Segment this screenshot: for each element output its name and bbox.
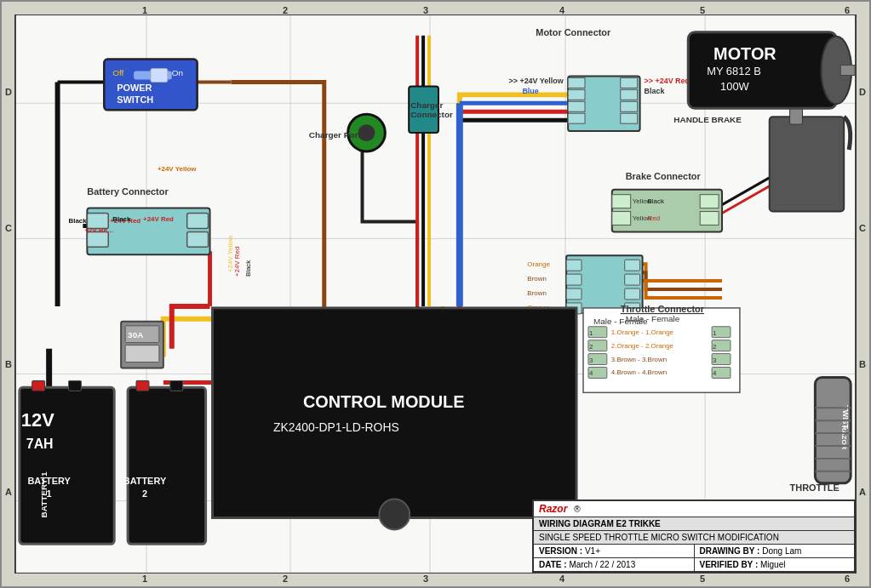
svg-text:Black: Black bbox=[112, 215, 131, 223]
svg-rect-31 bbox=[621, 113, 638, 123]
svg-text:Charger: Charger bbox=[410, 100, 443, 110]
svg-rect-59 bbox=[625, 288, 640, 300]
svg-rect-92 bbox=[32, 380, 45, 391]
svg-rect-72 bbox=[840, 66, 855, 76]
wiring-diagram-svg: >> +24V Yellow Blue >> +24V Red Black Bl… bbox=[2, 2, 869, 586]
svg-rect-53 bbox=[566, 260, 582, 271]
svg-text:1: 1 bbox=[713, 329, 717, 337]
diagram-title: WIRING DIAGRAM E2 TRIKKE bbox=[539, 519, 661, 528]
svg-rect-82 bbox=[151, 69, 168, 83]
svg-text:3: 3 bbox=[713, 357, 717, 364]
svg-rect-27 bbox=[568, 113, 585, 123]
svg-text:Brown: Brown bbox=[527, 275, 546, 283]
svg-rect-68 bbox=[770, 117, 844, 211]
main-container: 1 2 3 4 5 6 1 2 3 4 5 6 D C B A D C B A bbox=[0, 0, 871, 588]
svg-text:+24V Red: +24V Red bbox=[143, 215, 174, 223]
svg-rect-39 bbox=[187, 214, 209, 229]
svg-text:CONTROL MODULE: CONTROL MODULE bbox=[303, 392, 465, 411]
svg-text:1.Orange - 1.Orange: 1.Orange - 1.Orange bbox=[611, 328, 674, 336]
drawing-cell: DRAWING BY : Dong Lam bbox=[695, 545, 855, 557]
svg-rect-26 bbox=[568, 101, 585, 111]
svg-text:ZK2400-DP1-LD-ROHS: ZK2400-DP1-LD-ROHS bbox=[273, 420, 399, 434]
version-label: VERSION : bbox=[539, 546, 582, 556]
svg-rect-28 bbox=[621, 77, 638, 88]
svg-text:Battery Connector: Battery Connector bbox=[87, 186, 169, 197]
diagram-circle: ® bbox=[574, 505, 580, 514]
svg-text:MY 6812 B: MY 6812 B bbox=[707, 65, 761, 77]
date-value: March / 22 / 2013 bbox=[569, 560, 635, 569]
description-cell: SINGLE SPEED THROTTLE MICRO SWITCH MODIF… bbox=[534, 531, 854, 544]
svg-text:1: 1 bbox=[589, 329, 593, 337]
svg-rect-46 bbox=[700, 195, 719, 208]
version-value: V1+ bbox=[585, 546, 600, 556]
svg-rect-40 bbox=[187, 231, 209, 247]
info-desc-row: SINGLE SPEED THROTTLE MICRO SWITCH MODIF… bbox=[534, 530, 854, 544]
svg-text:Black: Black bbox=[645, 87, 665, 95]
svg-text:Motor Connector: Motor Connector bbox=[536, 27, 611, 37]
diagram-title-cell: WIRING DIAGRAM E2 TRIKKE bbox=[534, 517, 854, 530]
description-text: SINGLE SPEED THROTTLE MICRO SWITCH MODIF… bbox=[539, 533, 779, 542]
svg-text:Black: Black bbox=[244, 260, 252, 277]
svg-rect-93 bbox=[69, 380, 82, 391]
svg-rect-29 bbox=[621, 89, 638, 100]
svg-text:Connector: Connector bbox=[410, 110, 453, 119]
svg-text:BATTERY: BATTERY bbox=[27, 476, 71, 486]
info-bar-title: Razor ® bbox=[534, 501, 854, 517]
svg-text:Blue: Blue bbox=[522, 87, 538, 95]
version-cell: VERSION : V1+ bbox=[534, 545, 695, 557]
svg-text:BATTERY: BATTERY bbox=[123, 476, 167, 486]
svg-rect-99 bbox=[128, 387, 205, 544]
date-label: DATE : bbox=[539, 560, 567, 569]
svg-text:>> +24V Yellow: >> +24V Yellow bbox=[508, 77, 563, 85]
svg-text:SWITCH: SWITCH bbox=[117, 94, 153, 105]
svg-point-86 bbox=[379, 500, 410, 530]
svg-rect-24 bbox=[568, 77, 585, 88]
svg-text:7AH: 7AH bbox=[26, 437, 54, 451]
info-title-row: WIRING DIAGRAM E2 TRIKKE bbox=[534, 517, 854, 530]
svg-text:HANDLE BRAKE: HANDLE BRAKE bbox=[673, 115, 742, 124]
svg-rect-57 bbox=[625, 260, 640, 271]
info-bar: Razor ® WIRING DIAGRAM E2 TRIKKE SINGLE … bbox=[532, 500, 856, 573]
date-cell: DATE : March / 22 / 2013 bbox=[534, 558, 695, 571]
svg-text:4.Brown  - 4.Brown: 4.Brown - 4.Brown bbox=[611, 368, 667, 376]
svg-text:2: 2 bbox=[589, 343, 593, 351]
svg-text:+24V Red: +24V Red bbox=[233, 247, 241, 277]
svg-text:2.Orange - 2.Orange: 2.Orange - 2.Orange bbox=[611, 342, 674, 350]
svg-rect-44 bbox=[612, 195, 631, 208]
svg-rect-30 bbox=[621, 101, 638, 111]
svg-rect-55 bbox=[566, 288, 582, 300]
svg-text:4: 4 bbox=[589, 369, 593, 377]
svg-rect-25 bbox=[568, 89, 585, 100]
svg-rect-45 bbox=[612, 212, 631, 225]
svg-text:Off: Off bbox=[112, 68, 123, 77]
svg-rect-58 bbox=[625, 274, 640, 285]
svg-text:Brake Connector: Brake Connector bbox=[626, 171, 702, 181]
svg-text:POWER: POWER bbox=[117, 83, 152, 93]
svg-rect-47 bbox=[700, 212, 719, 225]
svg-rect-54 bbox=[566, 274, 582, 285]
svg-text:Male  -  Female: Male - Female bbox=[626, 314, 680, 323]
info-version-row: VERSION : V1+ DRAWING BY : Dong Lam bbox=[534, 544, 854, 557]
svg-text:Charger Port: Charger Port bbox=[309, 130, 361, 140]
drawing-value: Dong Lam bbox=[762, 546, 801, 556]
svg-text:>> +24V Red: >> +24V Red bbox=[645, 77, 690, 85]
verified-cell: VERIFIED BY : Miguel bbox=[695, 558, 855, 571]
drawing-label: DRAWING BY : bbox=[700, 546, 760, 556]
svg-text:Black: Black bbox=[648, 197, 664, 205]
razor-logo: Razor bbox=[539, 503, 567, 515]
svg-rect-100 bbox=[136, 380, 149, 391]
svg-rect-90 bbox=[125, 345, 159, 363]
svg-text:Throttle Connector: Throttle Connector bbox=[621, 304, 705, 314]
svg-text:4: 4 bbox=[713, 369, 717, 377]
svg-text:+24V Yellow: +24V Yellow bbox=[158, 165, 197, 173]
svg-rect-83 bbox=[213, 308, 577, 518]
svg-text:Red: Red bbox=[648, 214, 661, 222]
svg-text:3: 3 bbox=[589, 357, 593, 364]
svg-rect-101 bbox=[170, 380, 183, 391]
svg-text:MOTOR: MOTOR bbox=[713, 44, 776, 63]
verified-value: Miguel bbox=[760, 560, 785, 569]
svg-text:Black: Black bbox=[69, 217, 88, 225]
svg-text:30A: 30A bbox=[128, 330, 143, 340]
svg-text:2: 2 bbox=[142, 488, 147, 499]
svg-text:+2V Re...: +2V Re... bbox=[84, 226, 112, 234]
